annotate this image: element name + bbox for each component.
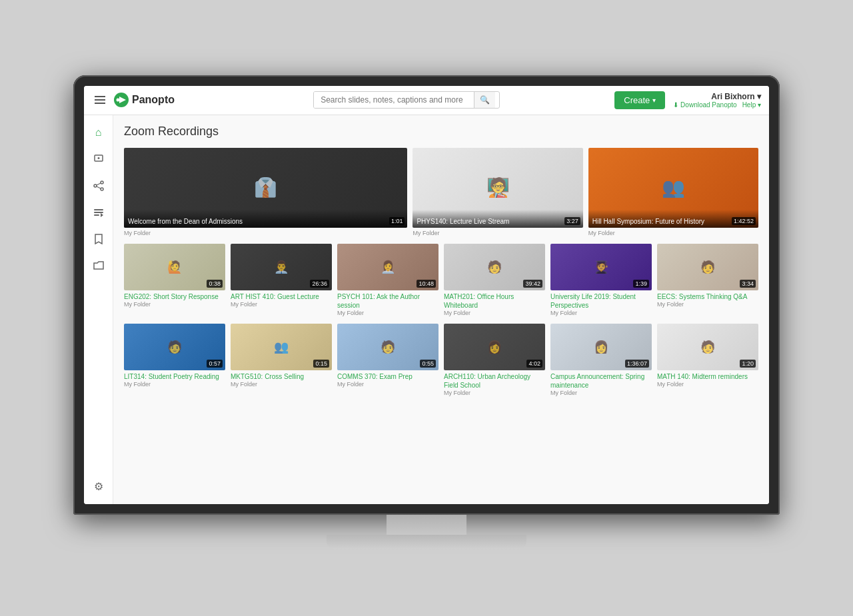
svg-point-2 [117,99,120,102]
sidebar-item-add[interactable] [87,147,111,171]
sidebar-item-home[interactable]: ⌂ [87,121,111,145]
svg-line-10 [97,186,101,188]
video-card-v13[interactable]: 👩 4:02 ARCH110: Urban Archeology Field S… [444,324,545,398]
video-card-v6[interactable]: 👩‍💼 10:48 PSYCH 101: Ask the Author sess… [337,244,438,318]
video-folder-v1: My Folder [124,230,407,236]
video-thumb-v4: 🙋 0:38 [124,244,225,290]
monitor-stand-base [327,535,526,549]
monitor-stand-neck [387,515,466,535]
video-duration-v10: 0:57 [207,360,223,368]
video-title-v7[interactable]: MATH201: Office Hours Whiteboard [444,292,545,310]
video-folder-v4: My Folder [124,301,225,308]
video-thumb-v3: 👥 Hill Hall Symposium: Future of History… [588,148,758,228]
sidebar-item-folder[interactable] [87,254,111,278]
video-overlay-title-v1: Welcome from the Dean of Admissions [124,210,407,228]
monitor-body: Panopto 🔍 Create Ari Bixhorn ▾ ⬇ Downloa… [73,75,780,515]
video-info-v10: LIT314: Student Poetry Reading My Folder [124,370,225,390]
video-title-v8[interactable]: University Life 2019: Student Perspectiv… [550,292,652,310]
header-left: Panopto [92,92,199,108]
add-icon [93,154,104,164]
download-panopto-link[interactable]: ⬇ Download Panopto [673,101,736,109]
video-card-v3[interactable]: 👥 Hill Hall Symposium: Future of History… [588,148,758,238]
video-card-v2[interactable]: 🧑‍🏫 PHYS140: Lecture Live Stream 3:27 My… [413,148,582,238]
video-card-v7[interactable]: 🧑 39:42 MATH201: Office Hours Whiteboard… [444,244,545,318]
header-search: 🔍 [199,91,614,109]
video-thumb-v1: 👔 Welcome from the Dean of Admissions 1:… [124,148,407,228]
video-duration-v4: 0:38 [207,280,223,288]
panopto-logo-icon [113,92,129,108]
video-title-v5[interactable]: ART HIST 410: Guest Lecture [231,292,332,301]
video-card-v9[interactable]: 🧑 3:34 EECS: Systems Thinking Q&A My Fol… [657,244,758,318]
video-title-v12[interactable]: COMMS 370: Exam Prep [337,372,438,381]
monitor: Panopto 🔍 Create Ari Bixhorn ▾ ⬇ Downloa… [73,75,780,541]
video-card-v4[interactable]: 🙋 0:38 ENG202: Short Story Response My F… [124,244,225,318]
video-card-v5[interactable]: 👨‍💼 26:36 ART HIST 410: Guest Lecture My… [231,244,332,318]
video-card-v11[interactable]: 👥 0:15 MKTG510: Cross Selling My Folder [231,324,332,398]
create-button[interactable]: Create [614,91,665,109]
video-info-v7: MATH201: Office Hours Whiteboard My Fold… [444,290,545,318]
video-thumb-v14: 👩 1:36:07 [550,324,652,370]
video-thumb-v9: 🧑 3:34 [657,244,758,290]
video-title-v10[interactable]: LIT314: Student Poetry Reading [124,372,225,381]
video-card-v12[interactable]: 🧑 0:55 COMMS 370: Exam Prep My Folder [337,324,438,398]
video-title-v14[interactable]: Campus Announcement: Spring maintenance [550,372,652,390]
video-info-v12: COMMS 370: Exam Prep My Folder [337,370,438,390]
video-title-v11[interactable]: MKTG510: Cross Selling [231,372,332,381]
video-title-v4[interactable]: ENG202: Short Story Response [124,292,225,301]
sidebar-item-bookmark[interactable] [87,227,111,251]
user-name: Ari Bixhorn ▾ [711,92,761,101]
video-folder-v8: My Folder [550,310,652,316]
sidebar-item-share[interactable] [87,174,111,198]
video-folder-v12: My Folder [337,381,438,388]
video-thumb-v7: 🧑 39:42 [444,244,545,290]
video-title-v15[interactable]: MATH 140: Midterm reminders [657,372,758,381]
video-duration-v7: 39:42 [523,280,542,288]
folder-icon [93,261,104,270]
app-body: ⌂ [84,115,769,504]
hamburger-icon[interactable] [92,93,108,107]
svg-rect-11 [94,209,103,210]
video-duration-v9: 3:34 [740,280,756,288]
video-card-v14[interactable]: 👩 1:36:07 Campus Announcement: Spring ma… [550,324,652,398]
svg-marker-14 [101,213,103,217]
video-card-v8[interactable]: 🧑‍🎓 1:39 University Life 2019: Student P… [550,244,652,318]
video-title-v6[interactable]: PSYCH 101: Ask the Author session [337,292,438,310]
page-title: Zoom Recordings [124,125,758,139]
svg-rect-13 [94,214,99,216]
video-title-v9[interactable]: EECS: Systems Thinking Q&A [657,292,758,301]
app-header: Panopto 🔍 Create Ari Bixhorn ▾ ⬇ Downloa… [84,86,769,115]
sidebar-item-settings[interactable]: ⚙ [87,475,111,499]
video-duration-v3: 1:42:52 [732,217,756,225]
video-thumb-v2: 🧑‍🏫 PHYS140: Lecture Live Stream 3:27 [413,148,582,228]
search-input[interactable] [314,92,474,108]
logo-text: Panopto [132,94,175,106]
video-overlay-title-v2: PHYS140: Lecture Live Stream [413,210,582,228]
help-link[interactable]: Help ▾ [742,101,761,109]
video-folder-v10: My Folder [124,381,225,388]
video-folder-v2: My Folder [413,230,582,236]
bookmark-icon [94,234,103,244]
search-box: 🔍 [313,91,500,109]
video-thumb-v12: 🧑 0:55 [337,324,438,370]
video-info-v2: My Folder [413,228,582,238]
sidebar-item-playlist[interactable] [87,200,111,224]
video-info-v13: ARCH110: Urban Archeology Field School M… [444,370,545,398]
featured-video-row: 👔 Welcome from the Dean of Admissions 1:… [124,148,758,238]
video-folder-v13: My Folder [444,390,545,396]
video-info-v1: My Folder [124,228,407,238]
video-thumb-v6: 👩‍💼 10:48 [337,244,438,290]
video-title-v13[interactable]: ARCH110: Urban Archeology Field School [444,372,545,390]
video-info-v6: PSYCH 101: Ask the Author session My Fol… [337,290,438,318]
video-thumb-v13: 👩 4:02 [444,324,545,370]
video-row-3: 🧑 0:57 LIT314: Student Poetry Reading My… [124,324,758,398]
video-duration-v11: 0:15 [313,360,329,368]
video-card-v10[interactable]: 🧑 0:57 LIT314: Student Poetry Reading My… [124,324,225,398]
video-thumb-v5: 👨‍💼 26:36 [231,244,332,290]
video-duration-v2: 3:27 [564,217,580,225]
share-icon [93,180,104,191]
video-folder-v3: My Folder [588,230,758,236]
video-card-v15[interactable]: 🧑 1:20 MATH 140: Midterm reminders My Fo… [657,324,758,398]
search-button[interactable]: 🔍 [474,92,495,108]
video-card-v1[interactable]: 👔 Welcome from the Dean of Admissions 1:… [124,148,407,238]
svg-point-6 [101,181,103,184]
